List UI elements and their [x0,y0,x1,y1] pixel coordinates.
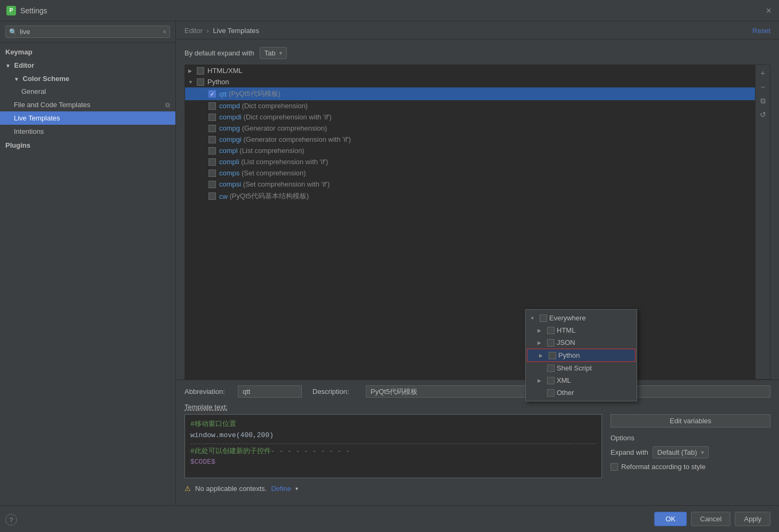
search-clear-icon[interactable]: × [163,28,166,36]
shell-checkbox[interactable] [547,365,555,372]
sidebar-item-file-code-templates[interactable]: File and Code Templates ⧉ [0,98,175,111]
chevron-down-icon[interactable]: ▾ [295,486,298,491]
tree-item-compgi[interactable]: ▶ compgi (Generator comprehension with '… [185,134,755,145]
compli-abbr: compli [219,158,239,166]
html-label: HTML [557,326,575,334]
compgi-checkbox[interactable] [208,136,216,143]
search-input[interactable] [20,28,163,36]
remove-button[interactable]: − [757,81,769,93]
add-button[interactable]: + [757,67,769,79]
sidebar-item-general[interactable]: General [0,85,175,98]
close-button[interactable]: × [766,6,772,15]
template-code-area[interactable]: #移动窗口位置 window.move(400,200) #此处可以创建新的子控… [184,414,602,478]
search-bar: 🔍 × [0,21,175,43]
reset-button[interactable]: Reset [752,27,770,35]
breadcrumb-parent: Editor [184,27,203,35]
python-checkbox[interactable] [197,78,204,86]
chevron-down-icon: ▼ [14,76,19,82]
tree-group-html-xml[interactable]: ▶ HTML/XML [185,65,755,76]
compsi-checkbox[interactable] [208,181,216,188]
tree-item-compdi[interactable]: ▶ compdi (Dict comprehension with 'if') [185,111,755,123]
search-input-wrap[interactable]: 🔍 × [5,26,170,38]
compl-desc: (List comprehension) [238,147,304,155]
tree-item-comps[interactable]: ▶ comps (Set comprehension) [185,167,755,179]
apply-button[interactable]: Apply [735,512,770,526]
tree-item-compd[interactable]: ▶ compd (Dict comprehension) [185,100,755,111]
template-text-label: Template text: [184,403,770,411]
sidebar-item-editor[interactable]: ▼ Editor [0,58,175,71]
everywhere-checkbox[interactable] [540,315,547,322]
help-button[interactable]: ? [5,514,17,526]
comps-checkbox[interactable] [208,170,216,177]
cw-checkbox[interactable] [208,192,216,200]
cw-desc: (PyQt5代码基本结构模板) [228,191,309,201]
tree-item-compli[interactable]: ▶ compli (List comprehension with 'if') [185,156,755,167]
compg-abbr: compg [219,124,240,132]
edit-variables-button[interactable]: Edit variables [611,414,770,428]
tree-item-cw[interactable]: ▶ cw (PyQt5代码基本结构模板) [185,190,755,203]
python-dropdown-checkbox[interactable] [549,352,556,359]
options-panel: Edit variables Options Expand with Defau… [611,414,770,478]
compg-checkbox[interactable] [208,125,216,132]
sidebar: 🔍 × Keymap ▼ Editor ▼ Color Scheme Gener… [0,21,176,505]
compgi-abbr: compgi [219,135,242,143]
breadcrumb-current: Live Templates [213,27,259,35]
ok-button[interactable]: OK [654,512,687,526]
sidebar-item-keymap[interactable]: Keymap [0,45,175,58]
expand-with-options-row: Expand with Default (Tab) [611,446,770,458]
dropdown-item-html[interactable]: ▶ HTML [526,324,637,336]
abbreviation-label: Abbreviation: [184,388,227,396]
html-checkbox[interactable] [547,327,555,334]
abbreviation-input[interactable] [238,385,302,398]
breadcrumb-separator: › [207,27,209,35]
description-label: Description: [312,388,355,396]
dropdown-item-python[interactable]: ▶ Python [527,349,636,362]
sidebar-plugins-label: Plugins [5,141,30,149]
no-context-text: No applicable contexts. [195,485,267,493]
options-title: Options [611,434,770,442]
dropdown-item-shell-script[interactable]: ▶ Shell Script [526,362,637,374]
sidebar-item-live-templates[interactable]: Live Templates [0,111,175,125]
tree-group-python[interactable]: ▼ Python [185,76,755,87]
json-checkbox[interactable] [547,339,555,346]
dropdown-item-xml[interactable]: ▶ XML [526,374,637,386]
reformat-checkbox[interactable] [611,463,618,471]
chevron-right-icon: ▶ [539,353,547,358]
compd-checkbox[interactable] [208,102,216,110]
html-xml-checkbox[interactable] [197,67,204,75]
dropdown-item-everywhere[interactable]: ▼ Everywhere [526,312,637,324]
expand-with-select-wrap[interactable]: Tab [260,47,287,59]
expand-with-select[interactable]: Tab [260,47,287,59]
search-icon: 🔍 [9,28,17,36]
compdi-checkbox[interactable] [208,114,216,121]
compli-checkbox[interactable] [208,158,216,166]
revert-button[interactable]: ↺ [757,109,769,120]
expand-with-options-select-wrap[interactable]: Default (Tab) [653,446,709,458]
reformat-label: Reformat according to style [621,463,705,471]
expand-with-options-select[interactable]: Default (Tab) [653,446,709,458]
tree-item-compg[interactable]: ▶ compg (Generator comprehension) [185,123,755,134]
dropdown-item-other[interactable]: ▶ Other [526,386,637,399]
other-checkbox[interactable] [547,389,555,397]
define-link[interactable]: Define [271,485,291,493]
qtt-checkbox[interactable]: ✓ [208,90,216,98]
compl-checkbox[interactable] [208,147,216,155]
content-area: Editor › Live Templates Reset By default… [176,21,779,505]
code-line-3: #此处可以创建新的子控件- - - - - - - - - - [190,446,596,457]
copy-button[interactable]: ⧉ [757,95,769,107]
sidebar-editor-label: Editor [14,61,35,69]
sidebar-file-code-label: File and Code Templates [14,101,91,109]
tree-item-compl[interactable]: ▶ compl (List comprehension) [185,145,755,156]
compl-abbr: compl [219,147,238,155]
sidebar-item-plugins[interactable]: Plugins [0,138,175,151]
tree-item-qtt[interactable]: ▶ ✓ qtt (PyQt5代码模板) [185,87,755,100]
template-code-section: #移动窗口位置 window.move(400,200) #此处可以创建新的子控… [184,414,770,478]
sidebar-item-intentions[interactable]: Intentions [0,125,175,138]
cancel-button[interactable]: Cancel [691,512,730,526]
dropdown-item-json[interactable]: ▶ JSON [526,336,637,349]
content-body: By default expand with Tab ▶ HTML/XML [176,39,779,505]
expand-with-options-label: Expand with [611,448,648,456]
sidebar-item-color-scheme[interactable]: ▼ Color Scheme [0,71,175,85]
xml-checkbox[interactable] [547,377,555,384]
tree-item-compsi[interactable]: ▶ compsi (Set comprehension with 'if') [185,179,755,190]
